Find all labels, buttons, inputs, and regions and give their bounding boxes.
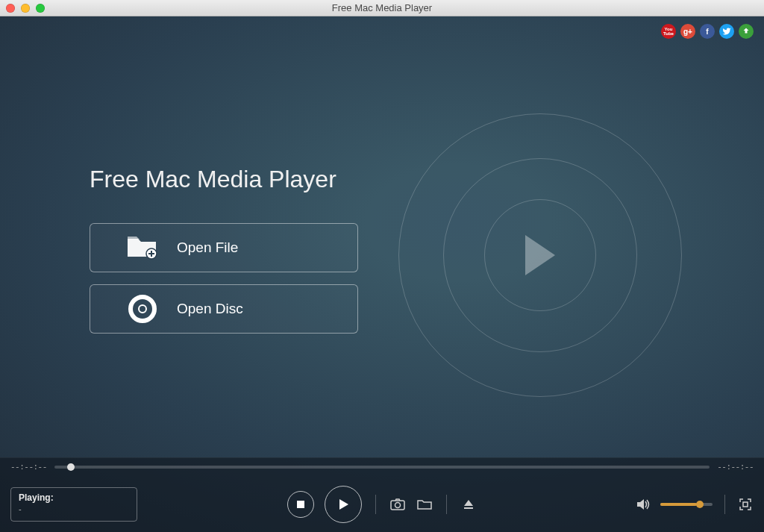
now-playing-box: Playing: - (10, 487, 137, 522)
open-file-label: Open File (177, 240, 238, 256)
play-button[interactable] (325, 486, 362, 523)
titlebar: Free Mac Media Player (0, 0, 764, 16)
play-icon (525, 235, 555, 275)
volume-fill (660, 503, 697, 506)
disc-icon (126, 294, 159, 324)
open-disc-label: Open Disc (177, 301, 243, 317)
social-icons: You Tube g+ f (661, 24, 754, 39)
open-folder-button[interactable] (416, 496, 433, 513)
right-controls (635, 495, 754, 514)
current-time: --:--:-- (10, 463, 47, 472)
seek-row: --:--:-- --:--:-- (0, 458, 764, 476)
main-content: Free Mac Media Player Open File (90, 166, 358, 345)
controls-bar: --:--:-- --:--:-- Playing: - (0, 457, 764, 532)
svg-point-1 (131, 297, 154, 321)
volume-slider[interactable] (660, 503, 713, 506)
open-file-button[interactable]: Open File (90, 223, 358, 272)
bottom-row: Playing: - (0, 476, 764, 532)
svg-rect-6 (464, 507, 473, 509)
volume-icon[interactable] (635, 496, 651, 513)
divider (375, 495, 376, 514)
eject-button[interactable] (460, 496, 477, 513)
divider (724, 495, 725, 514)
seek-thumb[interactable] (67, 463, 75, 471)
app-window: Free Mac Media Player You Tube g+ f Free… (0, 0, 764, 532)
play-ripple (398, 113, 682, 397)
svg-rect-3 (297, 501, 304, 508)
seek-slider[interactable] (54, 466, 710, 469)
total-time: --:--:-- (717, 463, 754, 472)
snapshot-button[interactable] (389, 496, 406, 513)
youtube-icon[interactable]: You Tube (661, 24, 676, 39)
open-disc-button[interactable]: Open Disc (90, 284, 358, 334)
svg-point-2 (139, 305, 146, 313)
folder-add-icon (126, 233, 159, 263)
app-title: Free Mac Media Player (90, 166, 358, 193)
volume-thumb[interactable] (696, 501, 704, 508)
fullscreen-button[interactable] (737, 496, 754, 513)
playing-value: - (19, 504, 129, 513)
center-controls (287, 486, 477, 523)
facebook-icon[interactable]: f (700, 24, 715, 39)
window-title: Free Mac Media Player (0, 2, 764, 13)
divider (446, 495, 447, 514)
svg-rect-7 (743, 502, 748, 507)
app-body: You Tube g+ f Free Mac Media Player (0, 16, 764, 532)
twitter-icon[interactable] (719, 24, 734, 39)
stop-button[interactable] (287, 491, 314, 518)
googleplus-icon[interactable]: g+ (680, 24, 695, 39)
svg-point-5 (395, 503, 401, 508)
playing-label: Playing: (19, 492, 129, 503)
update-icon[interactable] (739, 24, 754, 39)
